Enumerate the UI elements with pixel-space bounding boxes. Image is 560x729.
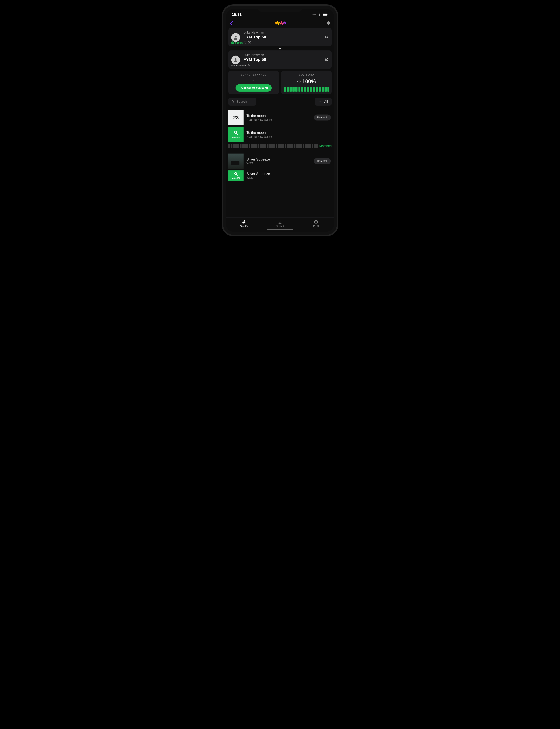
track-source[interactable]: Silver Squeeze WSS Rematch [228,154,332,169]
source-playlist-card[interactable]: Luke Newman FYM Top 50 50 Spotify [228,28,332,46]
external-link-icon [325,35,328,39]
filter-label: All [324,100,328,104]
phone-frame: 15:31 •••• [223,6,337,235]
chevron-left-icon [230,21,234,25]
avatar [231,33,240,42]
open-external-button[interactable] [325,58,328,62]
svg-point-12 [315,221,317,222]
track-info: To the moon Roaring Kitty (DFV) [246,131,272,138]
screen: 15:31 •••• [226,9,334,232]
dest-playlist-card[interactable]: Luke Newman FYM Top 50 50 amazon music⌣ [228,50,332,69]
track-group: Silver Squeeze WSS Rematch Matched Silve… [228,151,332,183]
search-icon [231,100,235,103]
search-icon [234,172,238,176]
track-info: Silver Squeeze WSS [246,172,270,180]
progress-value-row: 100% [297,78,316,85]
open-external-button[interactable] [325,35,328,39]
svg-rect-1 [323,14,327,15]
last-sync-value: nu [252,78,255,82]
track-artist: Roaring Kitty (DFV) [246,135,272,138]
status-time: 15:31 [232,12,242,17]
svg-line-6 [233,102,234,103]
transfer-icon [242,220,246,224]
spotify-icon [231,41,234,44]
home-indicator[interactable] [267,229,293,230]
progress-label: SLUTFÖRD [299,74,314,76]
track-title: Silver Squeeze [246,157,270,161]
gear-icon [326,21,330,25]
notch [258,6,302,12]
track-count: 50 [244,63,329,67]
svg-line-10 [237,174,238,175]
track-count: 50 [244,41,329,44]
card-main: Luke Newman FYM Top 50 50 [244,53,329,67]
person-icon [233,57,238,63]
nav-profile-label: Profil [313,225,319,228]
back-button[interactable] [230,20,235,26]
stat-row: SENAST SYNKADE nu Tryck för att synka nu… [228,71,332,94]
matched-art: Matched [228,171,244,181]
matched-label: Matched [231,177,240,179]
svg-line-8 [237,133,238,134]
card-main: Luke Newman FYM Top 50 50 [244,31,329,44]
playlist-owner: Luke Newman [244,31,329,34]
track-artist: WSS [246,176,270,180]
playlist-icon [244,41,247,44]
profile-icon [314,220,318,224]
track-dest[interactable]: Matched Silver Squeeze WSS [228,171,332,181]
svg-point-3 [235,36,237,37]
progress-value: 100% [302,78,316,85]
matched-label: Matched [231,136,240,139]
person-icon [233,35,238,40]
wifi-icon [318,13,321,16]
playlist-owner: Luke Newman [244,53,329,57]
track-artist: Roaring Kitty (DFV) [246,118,272,122]
spotify-label: Spotify [235,42,243,44]
track-count-value: 50 [248,63,251,67]
track-title: To the moon [246,114,272,118]
search-input[interactable]: Search [228,98,256,106]
rematch-button[interactable]: Rematch [314,158,331,164]
app-logo [275,20,286,26]
album-art: 23 [228,110,244,125]
last-sync-label: SENAST SYNKADE [241,74,266,76]
status-icons: •••• [312,13,328,16]
settings-button[interactable] [326,21,330,25]
last-sync-card: SENAST SYNKADE nu Tryck för att synka nu [228,71,279,94]
nav-transfer-label: Överför [240,225,248,228]
amazon-music-badge: amazon music⌣ [231,64,246,67]
content: Luke Newman FYM Top 50 50 Spotify [226,28,334,217]
search-placeholder: Search [237,100,247,104]
battery-icon [323,13,328,16]
playlist-title: FYM Top 50 [244,57,329,62]
avatar [231,56,240,64]
album-art-text: 23 [233,115,239,120]
sort-icon [319,100,321,103]
match-status-row: Matched [228,144,332,148]
spotify-badge: Spotify [231,41,243,44]
track-source[interactable]: 23 To the moon Roaring Kitty (DFV) Remat… [228,110,332,125]
svg-rect-2 [328,14,328,15]
external-link-icon [325,58,328,62]
rematch-button[interactable]: Rematch [314,115,331,121]
matched-art: Matched [228,127,244,142]
amazon-smile-icon: ⌣ [245,64,246,67]
match-status-label: Matched [319,144,332,148]
album-art [228,154,244,169]
stats-icon [278,220,282,224]
track-group: 23 To the moon Roaring Kitty (DFV) Remat… [228,107,332,151]
track-title: To the moon [246,131,272,135]
nav-stats[interactable]: Statistik [262,220,298,228]
sync-now-button[interactable]: Tryck för att synka nu [236,84,272,92]
svg-point-4 [235,58,237,60]
match-ticks [228,144,318,148]
progress-card: SLUTFÖRD 100% [281,71,332,94]
nav-stats-label: Statistik [276,225,284,228]
nav-transfer[interactable]: Överför [226,220,262,228]
transfer-arrow-icon [228,47,332,50]
track-dest[interactable]: Matched To the moon Roaring Kitty (DFV) [228,127,332,142]
filter-dropdown[interactable]: All [315,98,332,106]
nav-profile[interactable]: Profil [298,220,334,228]
track-info: To the moon Roaring Kitty (DFV) [246,114,272,122]
amazon-music-label: amazon music [231,64,244,67]
